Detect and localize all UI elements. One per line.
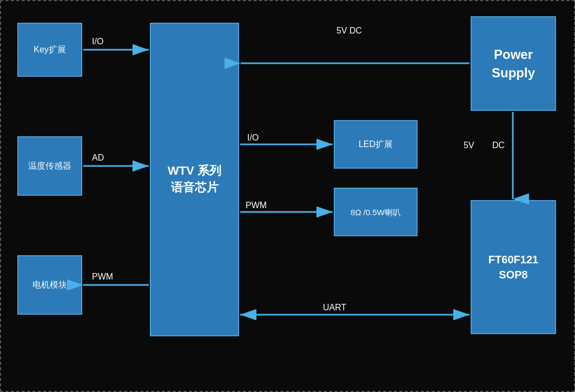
ft60f121-label: FT60F121SOP8 bbox=[488, 252, 538, 282]
svg-text:PWM: PWM bbox=[246, 201, 267, 210]
ft60f121-block: FT60F121SOP8 bbox=[471, 200, 556, 334]
motor-module-label: 电机模块 bbox=[32, 279, 67, 291]
power-supply-label: PowerSupply bbox=[492, 45, 535, 82]
svg-text:I/O: I/O bbox=[92, 37, 103, 46]
svg-text:AD: AD bbox=[92, 153, 104, 162]
svg-text:PWM: PWM bbox=[92, 272, 113, 281]
led-expand-label: LED扩展 bbox=[359, 138, 393, 150]
wtv-chip-block: WTV 系列语音芯片 bbox=[150, 23, 239, 336]
power-supply-block: PowerSupply bbox=[471, 16, 556, 111]
wtv-chip-label: WTV 系列语音芯片 bbox=[168, 163, 221, 196]
temp-sensor-label: 温度传感器 bbox=[28, 160, 71, 172]
temp-sensor-block: 温度传感器 bbox=[17, 136, 82, 196]
svg-text:I/O: I/O bbox=[247, 133, 259, 142]
speaker-block: 8Ω /0.5W喇叭 bbox=[334, 188, 418, 236]
svg-text:5V DC: 5V DC bbox=[336, 26, 362, 35]
svg-text:UART: UART bbox=[323, 303, 346, 312]
key-expand-label: Key扩展 bbox=[34, 44, 66, 56]
key-expand-block: Key扩展 bbox=[17, 23, 82, 77]
svg-text:5V: 5V bbox=[464, 141, 474, 150]
led-expand-block: LED扩展 bbox=[334, 120, 418, 169]
diagram-container: Key扩展 温度传感器 电机模块 WTV 系列语音芯片 LED扩展 8Ω /0.… bbox=[0, 0, 575, 392]
svg-text:DC: DC bbox=[492, 141, 505, 150]
speaker-label: 8Ω /0.5W喇叭 bbox=[351, 207, 401, 218]
motor-module-block: 电机模块 bbox=[17, 255, 82, 315]
